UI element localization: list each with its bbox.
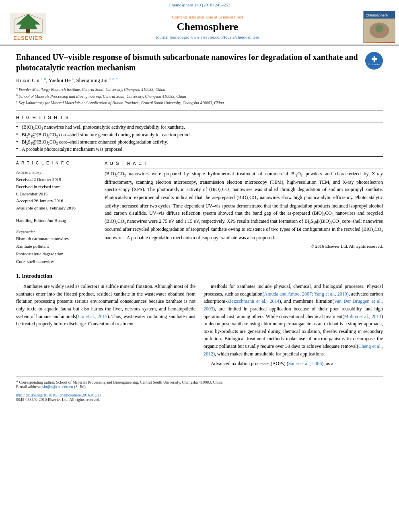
- divider-1: [16, 111, 383, 111]
- accepted-date: Accepted 26 January 2016: [16, 198, 63, 203]
- doi-area: http://dx.doi.org/10.1016/j.chemosphere.…: [16, 393, 383, 402]
- article-info-abstract-section: A R T I C L E I N F O Article history: R…: [16, 161, 383, 265]
- section-title: 1. Introduction: [16, 273, 383, 279]
- issn-line: 0045-6535/© 2016 Elsevier Ltd. All right…: [16, 397, 383, 402]
- received-revised-label: Received in revised form: [16, 184, 61, 189]
- corresponding-label: * Corresponding author. School of Minera…: [16, 380, 224, 384]
- crossmark-badge: ✚ CrossMark: [365, 52, 383, 70]
- history-label: Article history:: [16, 170, 97, 175]
- svg-text:Chemosphere: Chemosphere: [365, 13, 387, 17]
- article-dates: Received 2 October 2015 Received in revi…: [16, 176, 97, 212]
- journal-homepage-line: journal homepage: www.elsevier.com/locat…: [156, 35, 259, 39]
- article-title: Enhanced UV–visible response of bismuth …: [16, 52, 383, 73]
- homepage-url: www.elsevier.com/locate/chemosphere: [190, 35, 259, 39]
- ref-sauer-2006: Sauer et al., 2006: [288, 361, 322, 366]
- highlight-item-4: A probable photocatalytic mechanism was …: [16, 146, 383, 152]
- ref-liu-2015: Liu et al., 2015: [78, 314, 107, 319]
- keyword-2: Xanthate pollutant: [16, 244, 49, 249]
- crossmark-cross-icon: ✚: [371, 56, 377, 63]
- main-content: Enhanced UV–visible response of bismuth …: [0, 45, 399, 408]
- section-title-text: Introduction: [22, 273, 52, 279]
- elsevier-logo-wrap: ELSEVIER: [10, 13, 46, 41]
- highlights-header: H I G H L I G H T S: [16, 115, 383, 120]
- highlight-item-1: (BiO)2CO3 nanowires had well photocataly…: [16, 124, 383, 131]
- crossmark-label: CrossMark: [368, 63, 380, 66]
- elsevier-wordmark: ELSEVIER: [13, 35, 42, 41]
- journal-cover-thumbnail: Chemosphere: [363, 11, 395, 43]
- affiliation-c: Key Laboratory for Mineral Materials and…: [19, 101, 224, 105]
- elsevier-svg: [10, 13, 46, 34]
- homepage-label: journal homepage:: [156, 35, 189, 39]
- footnote-area: * Corresponding author. School of Minera…: [16, 376, 383, 389]
- journal-name-section: Contents lists available at ScienceDirec…: [56, 9, 359, 45]
- article-info-col: A R T I C L E I N F O Article history: R…: [16, 161, 97, 265]
- crossmark-circle: ✚ CrossMark: [365, 52, 383, 70]
- email-person: (S. Jin).: [74, 384, 86, 389]
- copyright-line: © 2016 Elsevier Ltd. All rights reserved…: [105, 244, 383, 249]
- article-info-rule: [16, 168, 97, 168]
- ref-amuda-2007: Amuda and Amoo, 2007; Yang et al., 2010: [264, 291, 347, 297]
- received-revised-date: 8 December 2015: [16, 191, 47, 196]
- sciencedirect-line: Contents lists available at ScienceDirec…: [172, 14, 243, 19]
- affiliation-b: School of Minerals Processing and Bioeng…: [19, 94, 186, 99]
- doi-link: http://dx.doi.org/10.1016/j.chemosphere.…: [16, 393, 383, 397]
- available-date: Available online 8 February 2016: [16, 205, 76, 210]
- intro-para-3: Advanced oxidation processes (AOPs) (Sau…: [204, 360, 383, 368]
- intro-col-right: methods for xanthates include physical, …: [204, 283, 383, 370]
- cover-svg: Chemosphere: [364, 11, 395, 43]
- received-date: Received 2 October 2015: [16, 177, 61, 182]
- journal-citation: Chemosphere 149 (2016) 245–253: [169, 2, 230, 7]
- keywords-list: Bismuth carbonate nanowires Xanthate pol…: [16, 235, 97, 265]
- contents-available-text: Contents lists available at: [172, 14, 217, 19]
- footnote-text: * Corresponding author. School of Minera…: [16, 380, 383, 384]
- sciencedirect-name: ScienceDirect: [218, 14, 243, 19]
- abstract-text: (BiO)2CO3 nanowires were prepared by sim…: [105, 170, 383, 241]
- affiliation-a: Powder Metallurgy Research Institute, Ce…: [19, 88, 165, 92]
- abstract-rule: [105, 168, 383, 168]
- section-number: 1.: [16, 273, 21, 279]
- ref-molina-2013: Molina et al., 2013: [344, 314, 382, 319]
- abstract-header: A B S T R A C T: [105, 161, 383, 166]
- handling-editor: Handling Editor: Jun Huang: [16, 218, 97, 223]
- email-line: E-mail address: slmjin@csu.edu.cn (S. Ji…: [16, 384, 383, 389]
- highlights-bottom-rule: [16, 156, 383, 157]
- email-address: slmjin@csu.edu.cn: [42, 384, 73, 389]
- email-label: E-mail address:: [16, 384, 41, 389]
- highlight-item-3: Bi2S3@(BiO)2CO3 core–shell structure enh…: [16, 139, 383, 146]
- svg-point-13: [375, 25, 383, 33]
- keyword-4: Core–shell nanowires: [16, 259, 55, 264]
- highlights-list: (BiO)2CO3 nanowires had well photocataly…: [16, 124, 383, 152]
- intro-para-2: methods for xanthates include physical, …: [204, 283, 383, 357]
- highlight-item-2: Bi2S3@(BiO)2CO3 core–shell structure gen…: [16, 132, 383, 138]
- journal-citation-bar: Chemosphere 149 (2016) 245–253: [0, 0, 399, 9]
- journal-header: ELSEVIER Contents lists available at Sci…: [0, 9, 399, 45]
- elsevier-logo-section: ELSEVIER: [0, 9, 56, 45]
- abstract-col: A B S T R A C T (BiO)2CO3 nanowires were…: [105, 161, 383, 265]
- affiliations: a Powder Metallurgy Research Institute, …: [16, 86, 383, 106]
- intro-col-left: Xanthates are widely used as collectors …: [16, 283, 195, 370]
- page: Chemosphere 149 (2016) 245–253: [0, 0, 399, 532]
- keyword-1: Bismuth carbonate nanowires: [16, 236, 69, 241]
- journal-title: Chemosphere: [177, 21, 239, 33]
- ref-cheng-2012: Cheng et al., 2012: [204, 343, 383, 357]
- highlights-top-rule: [16, 122, 383, 123]
- keywords-label: Keywords:: [16, 229, 97, 234]
- article-info-header: A R T I C L E I N F O: [16, 161, 97, 165]
- intro-body: Xanthates are widely used as collectors …: [16, 283, 383, 370]
- ref-zietz-2014: Zietzschmann et al., 2014: [227, 298, 280, 304]
- elsevier-tree-image: [10, 13, 46, 34]
- authors-line: Kuixin Cui a, b, Yuehui He a, Shengming …: [16, 77, 383, 84]
- keyword-3: Photocatalytic degradation: [16, 251, 64, 256]
- journal-thumb-section: Chemosphere: [359, 9, 399, 45]
- intro-para-1: Xanthates are widely used as collectors …: [16, 283, 195, 328]
- introduction-section: 1. Introduction Xanthates are widely use…: [16, 273, 383, 370]
